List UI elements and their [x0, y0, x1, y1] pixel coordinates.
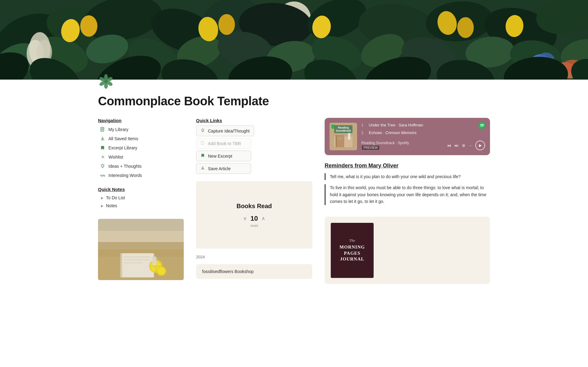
- svg-point-65: [101, 165, 104, 167]
- reading-label-1: Reading: [336, 126, 351, 129]
- navigation-section: Navigation My Library: [98, 118, 184, 179]
- sidebar-item-label: Excerpt Library: [108, 145, 137, 150]
- spotify-controls: ⏮ ⏭ ⊕ ··· ▶: [447, 140, 485, 150]
- quote-text-1: Tell me, what is it you plan to do with …: [330, 173, 490, 180]
- sidebar-item-label: Interesting Words: [108, 173, 142, 178]
- quote-text-2: To live in this world, you must be able …: [330, 184, 490, 205]
- book-showcase-content: [380, 223, 484, 278]
- add-book-tbr-button[interactable]: Add Book to TBR: [196, 138, 251, 149]
- bulb-icon: [100, 163, 105, 169]
- books-count: 10: [251, 215, 258, 223]
- books-read-title: Books Read: [236, 203, 272, 210]
- svg-rect-83: [152, 257, 157, 265]
- svg-point-27: [80, 15, 97, 37]
- preview-badge: PREVIEW: [361, 145, 380, 150]
- header-banner: [0, 0, 588, 80]
- spotify-footer: Reading Soundtrack · Spotify PREVIEW ⏮ ⏭…: [361, 140, 485, 150]
- download-btn-icon: [201, 166, 205, 171]
- spotify-card: Reading Soundtrack: [325, 118, 490, 155]
- svg-rect-86: [98, 219, 184, 231]
- sidebar-item-interesting-words[interactable]: Interesting Words: [98, 171, 184, 179]
- reset-label[interactable]: reset: [251, 224, 258, 227]
- svg-point-100: [478, 122, 485, 129]
- sidebar-item-wishlist[interactable]: ✳ Wishlist: [98, 153, 184, 161]
- quick-note-todo[interactable]: ▶ To Do List: [99, 194, 184, 201]
- quote-1: Tell me, what is it you plan to do with …: [325, 173, 490, 180]
- svg-line-68: [104, 165, 104, 165]
- svg-rect-84: [153, 256, 155, 258]
- sidebar-item-my-library[interactable]: My Library: [98, 125, 184, 133]
- spotify-logo: [478, 122, 485, 130]
- sidebar-item-ideas-thoughts[interactable]: Ideas + Thoughts: [98, 162, 184, 170]
- right-column: Reading Soundtrack: [325, 118, 490, 284]
- sidebar-item-excerpt-library[interactable]: Excerpt Library: [98, 144, 184, 152]
- book-title-line1: MORNING PAGES: [336, 244, 369, 256]
- increment-button[interactable]: ∧: [262, 215, 265, 221]
- bookmark-icon: [100, 145, 105, 151]
- book-cover: The MORNING PAGES JOURNAL: [331, 223, 374, 278]
- quick-links-buttons: Capture Idea/Thought Add Book to TBR: [196, 125, 312, 174]
- page-title: Commonplace Book Template: [98, 94, 490, 108]
- spotify-right: 1 Under the Tree · Sara Hoffman 2 Echoes…: [361, 123, 485, 150]
- svg-point-99: [331, 126, 334, 129]
- decrement-button[interactable]: ∨: [243, 215, 247, 221]
- svg-point-29: [218, 14, 235, 35]
- middle-column: Quick Links Capture Idea/Thought: [196, 118, 312, 279]
- nav-items-list: My Library All Saved Items: [98, 125, 184, 179]
- quick-note-notes[interactable]: ▶ Notes: [99, 202, 184, 209]
- asterisk-icon: ✳: [100, 154, 105, 160]
- page-icon: [98, 73, 114, 89]
- sidebar-item-label: Wishlist: [108, 155, 123, 159]
- books-counter: ∨ 10 ∧: [243, 215, 265, 223]
- bulb-btn-icon: [201, 128, 205, 133]
- expand-arrow-icon: ▶: [101, 204, 104, 208]
- svg-point-32: [457, 17, 474, 38]
- track-2: 2 Echoes · Crimson Memoirs: [361, 130, 485, 135]
- reminders-section: Reminders from Mary Oliver Tell me, what…: [325, 163, 490, 209]
- svg-line-67: [101, 165, 101, 165]
- svg-rect-73: [120, 253, 122, 277]
- track-1: 1 Under the Tree · Sara Hoffman: [361, 123, 485, 127]
- wave-icon: [100, 173, 105, 178]
- download-icon: [100, 136, 105, 141]
- book-the-label: The: [349, 238, 355, 243]
- svg-rect-89: [201, 141, 204, 144]
- save-article-button[interactable]: Save Article: [196, 163, 251, 174]
- album-art: Reading Soundtrack: [330, 123, 357, 150]
- svg-text:✳: ✳: [101, 155, 105, 159]
- svg-point-82: [158, 267, 165, 275]
- capture-idea-button[interactable]: Capture Idea/Thought: [196, 125, 254, 136]
- book-title-line2: JOURNAL: [340, 256, 364, 262]
- quick-notes-heading: Quick Notes: [98, 187, 184, 192]
- sidebar-item-label: My Library: [108, 127, 128, 132]
- book-icon: [100, 127, 105, 132]
- sidebar-item-label: All Saved Items: [108, 136, 138, 141]
- bookshop-card: fossilisedflowers Bookshop: [196, 264, 312, 279]
- add-button[interactable]: ⊕: [462, 143, 466, 148]
- quick-notes-list: ▶ To Do List ▶ Notes: [99, 194, 184, 209]
- quick-links-section: Quick Links Capture Idea/Thought: [196, 118, 312, 176]
- new-excerpt-button[interactable]: New Excerpt: [196, 151, 251, 161]
- track-list: 1 Under the Tree · Sara Hoffman 2 Echoes…: [361, 123, 485, 135]
- play-button[interactable]: ▶: [475, 140, 485, 150]
- quick-links-heading: Quick Links: [196, 118, 312, 123]
- prev-track-button[interactable]: ⏮: [447, 143, 451, 148]
- more-button[interactable]: ···: [469, 143, 472, 148]
- expand-arrow-icon: ▶: [101, 196, 104, 200]
- year-label: 2024: [196, 255, 312, 259]
- sidebar-image: [98, 219, 184, 280]
- bookshop-name: fossilisedflowers Bookshop: [202, 269, 254, 274]
- spotify-footer-left: Reading Soundtrack · Spotify PREVIEW: [361, 141, 409, 150]
- book-btn-icon: [201, 141, 205, 146]
- sidebar-item-label: Ideas + Thoughts: [108, 164, 141, 169]
- sidebar: Navigation My Library: [98, 118, 184, 280]
- sidebar-item-all-saved[interactable]: All Saved Items: [98, 135, 184, 143]
- quote-2: To live in this world, you must be able …: [325, 184, 490, 205]
- svg-point-87: [202, 129, 204, 131]
- next-track-button[interactable]: ⏭: [454, 143, 459, 148]
- reading-label-2: Soundtrack: [336, 129, 351, 132]
- quick-notes-section: Quick Notes ▶ To Do List ▶ Notes: [98, 187, 184, 209]
- spotify-dot: [331, 125, 334, 128]
- svg-point-58: [105, 80, 107, 83]
- book-showcase-card: The MORNING PAGES JOURNAL: [325, 217, 490, 284]
